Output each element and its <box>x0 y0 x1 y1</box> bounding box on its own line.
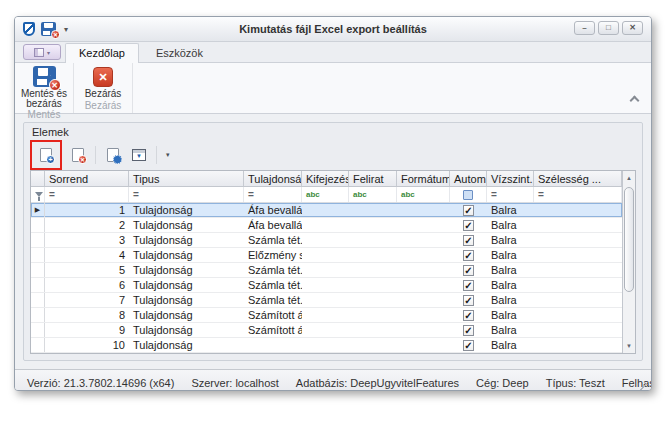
cell-formatum[interactable] <box>397 203 450 217</box>
table-row[interactable]: 8 Tulajdonság Számított á... ✓ Balra <box>31 308 622 323</box>
cell-tulajdonsag[interactable]: Számla tét... <box>244 278 302 292</box>
cell-tulajdonsag[interactable]: Számla tét... <box>244 293 302 307</box>
cell-tipus[interactable]: Tulajdonság <box>129 278 244 292</box>
autom-checkbox[interactable]: ✓ <box>463 340 474 351</box>
tab-eszkozok[interactable]: Eszközök <box>143 44 216 62</box>
cell-felirat[interactable] <box>349 248 397 262</box>
column-header-autom[interactable]: Autom... <box>450 171 487 186</box>
cell-vizszintes[interactable]: Balra <box>487 323 534 337</box>
cell-sorrend[interactable]: 2 <box>45 218 129 232</box>
cell-formatum[interactable] <box>397 278 450 292</box>
cell-tipus[interactable]: Tulajdonság <box>129 218 244 232</box>
scroll-down-icon[interactable]: ▼ <box>623 339 635 353</box>
cell-kifejezes[interactable] <box>302 263 349 277</box>
cell-formatum[interactable] <box>397 233 450 247</box>
cell-szelesseg[interactable] <box>534 293 622 307</box>
ribbon-collapse-icon[interactable] <box>630 96 640 106</box>
cell-autom[interactable]: ✓ <box>450 233 487 247</box>
cell-autom[interactable]: ✓ <box>450 203 487 217</box>
autom-checkbox[interactable]: ✓ <box>463 250 474 261</box>
table-row[interactable]: 5 Tulajdonság Számla tét... ✓ Balra <box>31 263 622 278</box>
cell-formatum[interactable] <box>397 218 450 232</box>
autom-checkbox[interactable]: ✓ <box>463 310 474 321</box>
cell-sorrend[interactable]: 1 <box>45 203 129 217</box>
cell-autom[interactable]: ✓ <box>450 248 487 262</box>
autom-checkbox[interactable]: ✓ <box>463 295 474 306</box>
column-header-formatum[interactable]: Formátum <box>397 171 450 186</box>
cell-sorrend[interactable]: 6 <box>45 278 129 292</box>
column-header-tulajdonsag[interactable]: Tulajdonság <box>244 171 302 186</box>
filter-sorrend[interactable]: = <box>45 187 129 202</box>
cell-tulajdonsag[interactable]: Előzmény s... <box>244 248 302 262</box>
filter-formatum[interactable]: abc <box>397 187 450 202</box>
cell-szelesseg[interactable] <box>534 263 622 277</box>
cell-vizszintes[interactable]: Balra <box>487 203 534 217</box>
cell-felirat[interactable] <box>349 218 397 232</box>
cell-kifejezes[interactable] <box>302 308 349 322</box>
cell-formatum[interactable] <box>397 338 450 352</box>
cell-autom[interactable]: ✓ <box>450 278 487 292</box>
cell-szelesseg[interactable] <box>534 233 622 247</box>
delete-item-button[interactable] <box>66 144 90 166</box>
cell-vizszintes[interactable]: Balra <box>487 308 534 322</box>
table-row[interactable]: 3 Tulajdonság Számla tét... ✓ Balra <box>31 233 622 248</box>
column-header-tipus[interactable]: Tipus <box>129 171 244 186</box>
column-header-kifejezes[interactable]: Kifejezés <box>302 171 349 186</box>
maximize-button[interactable]: □ <box>598 21 619 35</box>
cell-szelesseg[interactable] <box>534 218 622 232</box>
cell-szelesseg[interactable] <box>534 248 622 262</box>
cell-sorrend[interactable]: 8 <box>45 308 129 322</box>
cell-felirat[interactable] <box>349 263 397 277</box>
cell-kifejezes[interactable] <box>302 233 349 247</box>
cell-autom[interactable]: ✓ <box>450 218 487 232</box>
table-row[interactable]: 6 Tulajdonság Számla tét... ✓ Balra <box>31 278 622 293</box>
cell-szelesseg[interactable] <box>534 323 622 337</box>
cell-tipus[interactable]: Tulajdonság <box>129 248 244 262</box>
cell-felirat[interactable] <box>349 203 397 217</box>
cell-vizszintes[interactable]: Balra <box>487 248 534 262</box>
minimize-button[interactable]: – <box>574 21 595 35</box>
cell-vizszintes[interactable]: Balra <box>487 338 534 352</box>
table-row[interactable]: ▶ 1 Tulajdonság Áfa bevallá... ✓ Balra <box>31 203 622 218</box>
autom-checkbox[interactable]: ✓ <box>463 280 474 291</box>
scrollbar-thumb[interactable] <box>624 187 634 292</box>
table-row[interactable]: 9 Tulajdonság Számított á... ✓ Balra <box>31 323 622 338</box>
cell-sorrend[interactable]: 4 <box>45 248 129 262</box>
cell-formatum[interactable] <box>397 263 450 277</box>
cell-felirat[interactable] <box>349 278 397 292</box>
cell-autom[interactable]: ✓ <box>450 338 487 352</box>
cell-felirat[interactable] <box>349 233 397 247</box>
filter-tipus[interactable]: = <box>129 187 244 202</box>
cell-tulajdonsag[interactable]: Számla tét... <box>244 233 302 247</box>
column-header-felirat[interactable]: Felirat <box>349 171 397 186</box>
filter-kifejezes[interactable]: abc <box>302 187 349 202</box>
autom-checkbox[interactable]: ✓ <box>463 265 474 276</box>
column-header-szelesseg[interactable]: Szélesség ... <box>534 171 622 186</box>
cell-sorrend[interactable]: 3 <box>45 233 129 247</box>
scroll-up-icon[interactable]: ▲ <box>623 171 635 185</box>
cell-kifejezes[interactable] <box>302 248 349 262</box>
cell-sorrend[interactable]: 10 <box>45 338 129 352</box>
cell-tipus[interactable]: Tulajdonság <box>129 203 244 217</box>
cell-szelesseg[interactable] <box>534 203 622 217</box>
toolbar-overflow-icon[interactable]: ▾ <box>162 151 174 159</box>
cell-felirat[interactable] <box>349 293 397 307</box>
filter-felirat[interactable]: abc <box>349 187 397 202</box>
column-header-sorrend[interactable]: Sorrend <box>45 171 129 186</box>
cell-formatum[interactable] <box>397 308 450 322</box>
cell-szelesseg[interactable] <box>534 308 622 322</box>
cell-formatum[interactable] <box>397 323 450 337</box>
cell-autom[interactable]: ✓ <box>450 308 487 322</box>
filter-vizszint[interactable]: = <box>487 187 534 202</box>
move-item-button[interactable] <box>127 144 151 166</box>
cell-kifejezes[interactable] <box>302 203 349 217</box>
cell-autom[interactable]: ✓ <box>450 263 487 277</box>
cell-vizszintes[interactable]: Balra <box>487 263 534 277</box>
column-header-vizszint[interactable]: Vízszint... ▲ <box>487 171 534 186</box>
cell-sorrend[interactable]: 7 <box>45 293 129 307</box>
cell-tipus[interactable]: Tulajdonság <box>129 308 244 322</box>
autom-checkbox[interactable]: ✓ <box>463 235 474 246</box>
file-menu-button[interactable]: ▾ <box>23 44 61 60</box>
cell-formatum[interactable] <box>397 248 450 262</box>
close-button[interactable]: ✕ Bezárás <box>74 63 132 100</box>
